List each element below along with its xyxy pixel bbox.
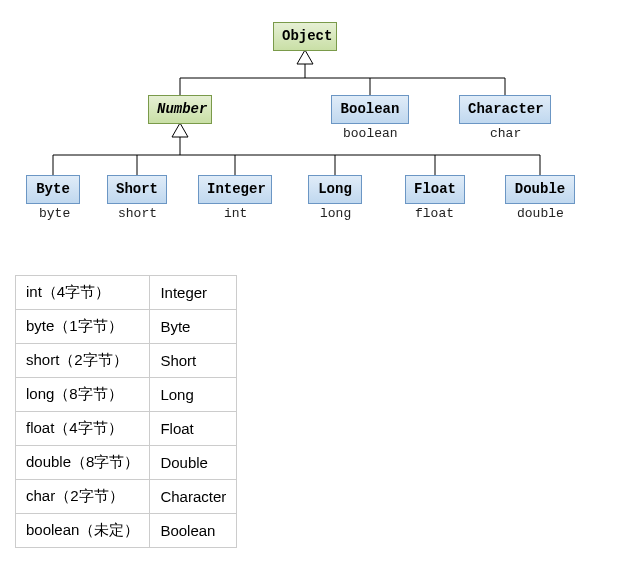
class-node-number: Number <box>148 95 212 124</box>
wrapper-cell: Character <box>150 480 237 514</box>
class-node-boolean: Boolean <box>331 95 409 124</box>
class-node-double: Double <box>505 175 575 204</box>
table-row: boolean（未定） Boolean <box>16 514 237 548</box>
class-node-short: Short <box>107 175 167 204</box>
primitive-label-byte: byte <box>39 206 70 221</box>
class-node-long: Long <box>308 175 362 204</box>
class-node-byte: Byte <box>26 175 80 204</box>
wrapper-cell: Float <box>150 412 237 446</box>
table-row: byte（1字节） Byte <box>16 310 237 344</box>
table-row: float（4字节） Float <box>16 412 237 446</box>
class-node-integer: Integer <box>198 175 272 204</box>
primitive-cell: byte（1字节） <box>16 310 150 344</box>
primitive-label-char: char <box>490 126 521 141</box>
wrapper-cell: Boolean <box>150 514 237 548</box>
primitive-label-boolean: boolean <box>343 126 398 141</box>
primitive-cell: char（2字节） <box>16 480 150 514</box>
table-row: char（2字节） Character <box>16 480 237 514</box>
primitive-wrapper-table: int（4字节） Integer byte（1字节） Byte short（2字… <box>15 275 237 548</box>
class-node-object: Object <box>273 22 337 51</box>
primitive-label-short: short <box>118 206 157 221</box>
wrapper-cell: Short <box>150 344 237 378</box>
wrapper-cell: Long <box>150 378 237 412</box>
table-row: double（8字节） Double <box>16 446 237 480</box>
table-row: int（4字节） Integer <box>16 276 237 310</box>
class-node-float: Float <box>405 175 465 204</box>
primitive-cell: float（4字节） <box>16 412 150 446</box>
svg-marker-6 <box>172 123 188 137</box>
primitive-label-float: float <box>415 206 454 221</box>
primitive-label-long: long <box>320 206 351 221</box>
primitive-cell: double（8字节） <box>16 446 150 480</box>
wrapper-cell: Byte <box>150 310 237 344</box>
primitive-wrapper-table-wrap: int（4字节） Integer byte（1字节） Byte short（2字… <box>15 275 640 548</box>
primitive-label-int: int <box>224 206 247 221</box>
primitive-label-double: double <box>517 206 564 221</box>
primitive-cell: short（2字节） <box>16 344 150 378</box>
wrapper-cell: Double <box>150 446 237 480</box>
table-row: short（2字节） Short <box>16 344 237 378</box>
class-node-character: Character <box>459 95 551 124</box>
class-hierarchy-diagram: Object Number Boolean boolean Character … <box>15 10 615 265</box>
table-row: long（8字节） Long <box>16 378 237 412</box>
primitive-cell: long（8字节） <box>16 378 150 412</box>
svg-marker-0 <box>297 50 313 64</box>
primitive-cell: int（4字节） <box>16 276 150 310</box>
wrapper-cell: Integer <box>150 276 237 310</box>
primitive-cell: boolean（未定） <box>16 514 150 548</box>
